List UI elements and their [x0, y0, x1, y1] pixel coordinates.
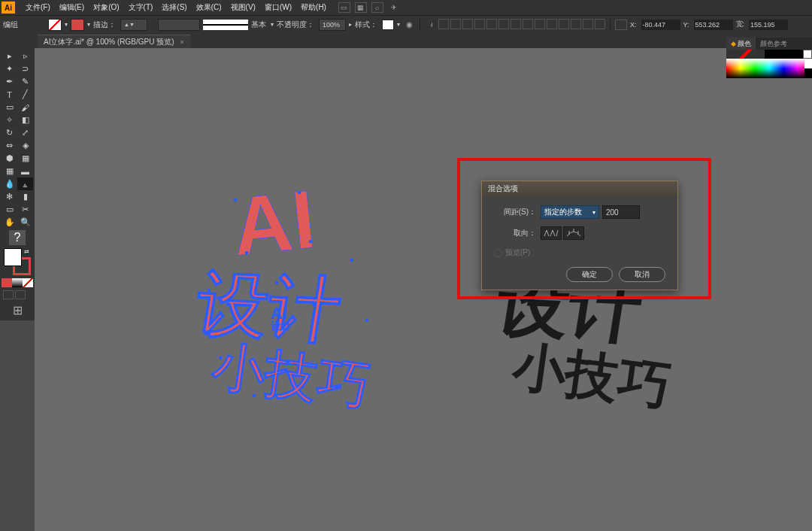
- magic-wand-tool[interactable]: ✦: [2, 62, 17, 75]
- width-tool[interactable]: ⇔: [2, 139, 17, 152]
- screen-mode-normal[interactable]: [3, 290, 14, 299]
- orient-page-button[interactable]: [541, 226, 562, 240]
- menu-edit[interactable]: 编辑(E): [55, 2, 89, 13]
- menu-file[interactable]: 文件(F): [21, 2, 55, 13]
- orient-path-button[interactable]: [563, 226, 584, 240]
- brush-select[interactable]: [203, 20, 248, 30]
- align-btn-3[interactable]: [462, 19, 473, 29]
- lasso-tool[interactable]: ⊃: [17, 62, 33, 75]
- align-btn-4[interactable]: [474, 19, 485, 29]
- menu-select[interactable]: 选择(S): [157, 2, 191, 13]
- symbol-sprayer-tool[interactable]: ✻: [2, 190, 17, 203]
- align-btn-12[interactable]: [571, 19, 581, 29]
- menu-window[interactable]: 窗口(W): [260, 2, 296, 13]
- free-transform-tool[interactable]: ◈: [17, 139, 33, 152]
- color-spectrum[interactable]: [726, 59, 812, 78]
- workspace-icon[interactable]: ▭: [338, 2, 350, 13]
- spacing-value-input[interactable]: [602, 205, 640, 219]
- pen-tool[interactable]: ✒: [2, 75, 17, 88]
- perspective-tool[interactable]: ▦: [17, 152, 33, 165]
- stroke-swatch[interactable]: [71, 19, 84, 31]
- line-tool[interactable]: ╱: [17, 88, 33, 101]
- gradient-tool[interactable]: ▬: [17, 165, 33, 178]
- edit-toolbar-icon[interactable]: ⊞: [9, 302, 26, 317]
- x-input[interactable]: -80.447: [641, 20, 680, 30]
- curvature-tool[interactable]: ✎: [17, 75, 33, 88]
- arrange-icon[interactable]: ▦: [355, 2, 367, 13]
- align-btn-2[interactable]: [450, 19, 461, 29]
- mesh-tool[interactable]: ▦: [2, 165, 17, 178]
- panel-tab-color[interactable]: ◆颜色: [726, 38, 756, 50]
- graph-tool[interactable]: ▮: [17, 190, 33, 203]
- fill-stroke-control[interactable]: ⇄: [4, 248, 31, 275]
- tab-title: AI立体字.ai* @ 100% (RGB/GPU 预览): [44, 37, 174, 47]
- artboard-tool[interactable]: ▭: [2, 203, 17, 216]
- canvas[interactable]: AI 设计 小技巧 AI 设计 AI 设计 小技巧: [35, 48, 812, 531]
- toggle-fill-stroke[interactable]: ?: [9, 230, 26, 245]
- shaper-tool[interactable]: ✧: [2, 114, 17, 126]
- share-icon[interactable]: ✈: [388, 2, 400, 13]
- align-btn-13[interactable]: [583, 19, 593, 29]
- blend-tool[interactable]: ⟁: [17, 178, 33, 190]
- chip-none[interactable]: [23, 278, 33, 287]
- menu-effect[interactable]: 效果(C): [192, 2, 226, 13]
- menu-object[interactable]: 对象(O): [89, 2, 123, 13]
- stroke-weight-input[interactable]: ▲▼: [120, 19, 147, 31]
- opacity-input[interactable]: 100%: [319, 19, 346, 31]
- rectangle-tool[interactable]: ▭: [2, 101, 17, 114]
- rotate-tool[interactable]: ↻: [2, 126, 17, 139]
- y-input[interactable]: 553.262: [694, 20, 733, 30]
- scale-tool[interactable]: ⤢: [17, 126, 33, 139]
- preview-checkbox[interactable]: [494, 249, 502, 257]
- menu-view[interactable]: 视图(V): [226, 2, 260, 13]
- paintbrush-tool[interactable]: 🖌: [17, 101, 33, 114]
- control-bar: 编组 ▾ ▾ 描边： ▲▼ 基本 ▾ 不透明度： 100% ▸ 样式： ▾ ◉ …: [0, 15, 812, 33]
- align-group: ⫞: [425, 19, 605, 31]
- align-btn-9[interactable]: [535, 19, 545, 29]
- direct-selection-tool[interactable]: ▹: [17, 50, 33, 62]
- align-btn-14[interactable]: [595, 19, 605, 29]
- spacing-select[interactable]: 指定的步数▾: [541, 205, 599, 219]
- align-btn-8[interactable]: [523, 19, 533, 29]
- align-btn-5[interactable]: [486, 19, 497, 29]
- fill-swatch[interactable]: [48, 19, 62, 31]
- menu-type[interactable]: 文字(T): [124, 2, 158, 13]
- screen-mode-full[interactable]: [15, 290, 26, 299]
- align-left-icon[interactable]: ⫞: [425, 19, 437, 31]
- tab-close-icon[interactable]: ×: [180, 38, 184, 46]
- align-btn-10[interactable]: [547, 19, 557, 29]
- align-btn-7[interactable]: [511, 19, 521, 29]
- selection-tool[interactable]: ▸: [2, 50, 17, 62]
- style-label: 样式：: [355, 20, 377, 30]
- transform-ref-icon[interactable]: [615, 20, 627, 30]
- swatch-white[interactable]: [803, 50, 812, 59]
- eraser-tool[interactable]: ◧: [17, 114, 33, 126]
- chip-color[interactable]: [2, 278, 12, 287]
- style-swatch[interactable]: [382, 20, 394, 30]
- zoom-tool[interactable]: 🔍: [17, 216, 33, 229]
- eyedropper-tool[interactable]: 💧: [2, 178, 17, 190]
- artwork-red-selected[interactable]: AI 设计 小技巧 AI 设计: [162, 168, 403, 409]
- ok-button[interactable]: 确定: [566, 267, 613, 282]
- color-panel: ◆颜色 颜色参考: [726, 38, 812, 78]
- w-input[interactable]: 155.195: [749, 20, 788, 30]
- recolor-icon[interactable]: ◉: [403, 19, 415, 31]
- align-btn-11[interactable]: [559, 19, 569, 29]
- type-tool[interactable]: T: [2, 88, 17, 101]
- shape-builder-tool[interactable]: ⬢: [2, 152, 17, 165]
- cancel-button[interactable]: 取消: [619, 267, 665, 282]
- fill-color[interactable]: [4, 248, 22, 266]
- swap-fill-stroke-icon[interactable]: ⇄: [24, 248, 29, 255]
- swatch-black[interactable]: [765, 50, 803, 59]
- slice-tool[interactable]: ✂: [17, 203, 33, 216]
- chip-gradient[interactable]: [12, 278, 23, 287]
- swatch-none[interactable]: [726, 50, 765, 59]
- panel-tab-color-guide[interactable]: 颜色参考: [756, 38, 792, 50]
- profile-select[interactable]: [158, 19, 200, 31]
- menu-help[interactable]: 帮助(H): [296, 2, 331, 13]
- align-btn-1[interactable]: [438, 19, 449, 29]
- search-icon[interactable]: ⌕: [371, 2, 383, 13]
- hand-tool[interactable]: ✋: [2, 216, 17, 229]
- align-btn-6[interactable]: [498, 19, 509, 29]
- document-tab[interactable]: AI立体字.ai* @ 100% (RGB/GPU 预览) ×: [38, 35, 190, 48]
